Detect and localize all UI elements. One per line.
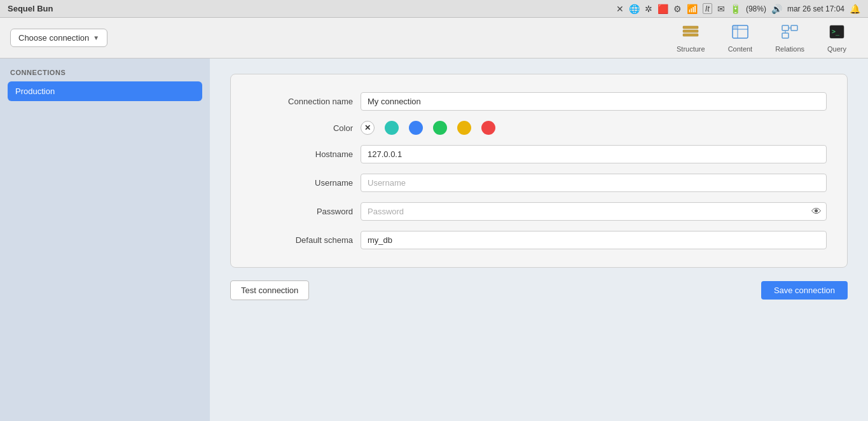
volume-icon[interactable]: 🔊 (771, 4, 782, 14)
battery-percent: (98%) (746, 4, 766, 13)
test-connection-label: Test connection (241, 286, 298, 295)
sidebar-item-label: Production (15, 86, 55, 96)
hostname-row: Hostname (251, 145, 827, 163)
color-teal[interactable] (385, 121, 399, 135)
color-none[interactable]: ✕ (361, 121, 375, 135)
connection-name-label: Connection name (251, 97, 353, 106)
svg-rect-7 (782, 25, 789, 31)
svg-rect-9 (782, 33, 789, 38)
svg-rect-6 (733, 26, 737, 29)
default-schema-label: Default schema (251, 235, 353, 245)
svg-text:>_: >_ (832, 28, 840, 36)
fantastical-icon: 🟥 (658, 4, 668, 14)
tab-query[interactable]: >_ Query (816, 19, 858, 57)
notification-icon[interactable]: 🔔 (850, 4, 860, 14)
wifi-icon[interactable]: 📶 (687, 4, 698, 14)
sidebar: CONNECTIONS Production (0, 59, 210, 421)
main-layout: CONNECTIONS Production Connection name C… (0, 59, 868, 421)
svg-rect-1 (683, 30, 698, 32)
tab-relations[interactable]: Relations (764, 19, 816, 57)
bluetooth-icon: ✲ (645, 4, 652, 14)
chrome-icon: 🌐 (629, 4, 640, 14)
content-icon (731, 23, 749, 43)
connection-name-input[interactable] (361, 92, 827, 111)
titlebar: Sequel Bun ✕ 🌐 ✲ 🟥 ⚙ 📶 It ✉ 🔋 (98%) 🔊 ma… (0, 0, 868, 18)
connections-section-title: CONNECTIONS (8, 69, 202, 76)
choose-connection-button[interactable]: Choose connection ▼ (10, 29, 107, 47)
password-wrapper: 👁 (361, 202, 827, 221)
content-area: Connection name Color ✕ Hostname (210, 59, 868, 421)
default-schema-input[interactable] (361, 231, 827, 249)
color-row: Color ✕ (251, 121, 827, 135)
gear-icon[interactable]: ⚙ (673, 4, 682, 14)
save-connection-button[interactable]: Save connection (761, 281, 848, 300)
relations-icon (781, 23, 799, 43)
titlebar-right: ✕ 🌐 ✲ 🟥 ⚙ 📶 It ✉ 🔋 (98%) 🔊 mar 26 set 17… (616, 3, 860, 14)
battery-icon: 🔋 (730, 4, 741, 14)
dropbox-icon[interactable]: ✕ (616, 4, 624, 14)
password-row: Password 👁 (251, 202, 827, 221)
toolbar: Choose connection ▼ Structure (0, 18, 868, 59)
eye-toggle-button[interactable]: 👁 (811, 206, 822, 217)
choose-connection-label: Choose connection (18, 33, 89, 43)
svg-rect-8 (791, 25, 797, 31)
connection-card: Connection name Color ✕ Hostname (230, 74, 848, 268)
buttons-row: Test connection Save connection (230, 280, 848, 300)
color-red[interactable] (481, 121, 495, 135)
color-blue[interactable] (409, 121, 423, 135)
hostname-input[interactable] (361, 145, 827, 163)
password-input[interactable] (361, 202, 827, 221)
color-options: ✕ (361, 121, 827, 135)
default-schema-row: Default schema (251, 231, 827, 249)
mail-icon[interactable]: ✉ (717, 4, 725, 14)
chevron-down-icon: ▼ (93, 34, 99, 41)
it-icon: It (703, 3, 712, 14)
username-input[interactable] (361, 174, 827, 192)
svg-rect-2 (683, 34, 698, 36)
datetime: mar 26 set 17:04 (787, 4, 844, 13)
color-label: Color (251, 123, 353, 133)
toolbar-nav: Structure Content (665, 19, 858, 57)
tab-content-label: Content (728, 45, 753, 53)
query-icon: >_ (828, 23, 846, 43)
username-row: Username (251, 174, 827, 192)
tab-content[interactable]: Content (717, 19, 764, 57)
hostname-label: Hostname (251, 149, 353, 159)
tab-relations-label: Relations (775, 45, 804, 53)
username-label: Username (251, 178, 353, 188)
color-yellow[interactable] (457, 121, 471, 135)
color-green[interactable] (433, 121, 447, 135)
sidebar-item-production[interactable]: Production (8, 81, 202, 101)
password-label: Password (251, 207, 353, 216)
app-title: Sequel Bun (8, 4, 53, 13)
tab-query-label: Query (827, 45, 846, 53)
structure-icon (682, 23, 699, 43)
connection-name-row: Connection name (251, 92, 827, 111)
test-connection-button[interactable]: Test connection (230, 280, 309, 300)
tab-structure-label: Structure (677, 45, 705, 53)
tab-structure[interactable]: Structure (665, 19, 717, 57)
save-connection-label: Save connection (774, 286, 835, 295)
svg-rect-0 (683, 26, 698, 29)
